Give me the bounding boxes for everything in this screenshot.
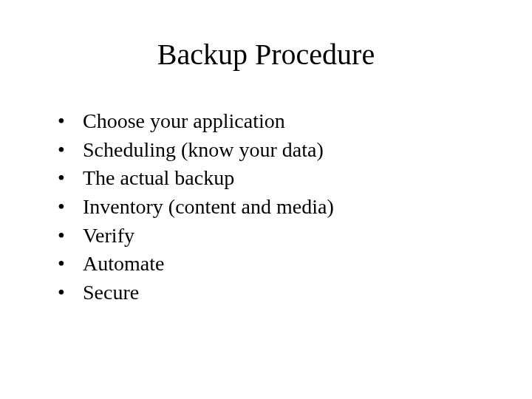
slide: Backup Procedure • Choose your applicati…: [0, 0, 532, 399]
bullet-text: Choose your application: [83, 107, 480, 136]
list-item: • The actual backup: [52, 164, 480, 193]
bullet-text: Automate: [83, 250, 480, 279]
bullet-icon: •: [52, 250, 83, 279]
bullet-icon: •: [52, 222, 83, 250]
list-item: • Secure: [52, 279, 480, 307]
bullet-icon: •: [52, 279, 83, 307]
list-item: • Choose your application: [52, 107, 480, 136]
bullet-text: Scheduling (know your data): [83, 136, 480, 165]
bullet-list: • Choose your application • Scheduling (…: [52, 107, 480, 307]
bullet-icon: •: [52, 107, 83, 136]
bullet-text: The actual backup: [83, 164, 480, 193]
bullet-icon: •: [52, 193, 83, 222]
bullet-icon: •: [52, 136, 83, 165]
slide-title: Backup Procedure: [52, 37, 480, 72]
bullet-text: Inventory (content and media): [83, 193, 480, 222]
list-item: • Verify: [52, 222, 480, 250]
list-item: • Automate: [52, 250, 480, 279]
list-item: • Inventory (content and media): [52, 193, 480, 222]
list-item: • Scheduling (know your data): [52, 136, 480, 165]
bullet-icon: •: [52, 164, 83, 193]
bullet-text: Secure: [83, 279, 480, 307]
bullet-text: Verify: [83, 222, 480, 250]
